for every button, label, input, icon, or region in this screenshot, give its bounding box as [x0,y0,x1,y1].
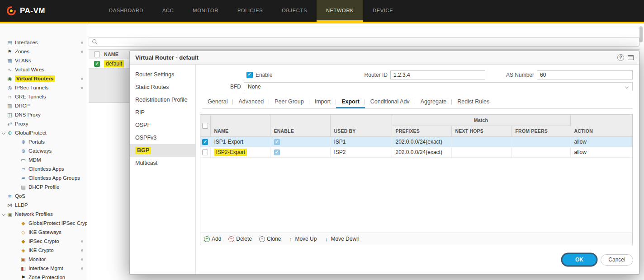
row-checkbox[interactable] [94,61,100,67]
dialog-menu-item[interactable]: OSPFv3 [130,131,195,144]
bgp-tab[interactable]: Peer Group [269,97,309,108]
dialog-menu-item[interactable]: Redistribution Profile [130,93,195,106]
sidebar-item[interactable]: Interfaces [0,38,87,47]
sidebar-item[interactable]: IKE Gateways [0,228,87,237]
sidebar-item[interactable]: Clientless Apps [0,164,87,173]
nav-tab[interactable]: POLICIES [228,0,272,22]
dialog-menu-item[interactable]: OSPF [130,119,195,131]
sidebar-item[interactable]: Interface Mgmt [0,264,87,273]
nav-tab[interactable]: MONITOR [183,0,228,22]
rule-name: ISP1-Export [214,139,244,145]
nav-tab[interactable]: NETWORK [317,0,363,22]
ike-gateways-icon [20,230,27,235]
sidebar-item-label: DHCP Profile [28,184,59,190]
dialog-menu-item[interactable]: RIP [130,106,195,119]
export-rule-row[interactable]: ISP2-Export ISP2 202.0.0.0/24(exact) all… [200,147,632,157]
sidebar-item[interactable]: DHCP Profile [0,182,87,191]
sidebar-item-label: DNS Proxy [15,112,41,117]
bgp-tab[interactable]: Aggregate [415,97,452,108]
sidebar-item[interactable]: IPSec Crypto [0,237,87,246]
toolbar-button[interactable]: Add [204,236,221,242]
sidebar-item[interactable]: LLDP [0,201,87,210]
rule-enable-checkbox[interactable] [274,149,280,155]
select-all-checkbox[interactable] [94,51,100,57]
enable-checkbox[interactable] [246,72,253,78]
bgp-tab[interactable]: Conditional Adv [365,97,415,108]
dialog-menu-item[interactable]: BGP [130,144,195,157]
nav-tab[interactable]: ACC [153,0,183,22]
rule-enable-checkbox[interactable] [274,139,280,145]
search-input[interactable] [100,38,636,46]
sidebar-item-label: GRE Tunnels [15,94,46,99]
enable-label: Enable [256,72,272,78]
sidebar-item-label: Gateways [28,148,52,154]
sidebar-item-label: GlobalProtect IPSec Crypto [28,220,87,226]
sidebar-item[interactable]: DHCP [0,101,87,110]
nav-tab[interactable]: DASHBOARD [99,0,153,22]
sidebar-item[interactable]: Virtual Routers [0,74,87,83]
chevron-down-icon[interactable] [2,131,6,134]
scrollbar-thumb[interactable] [639,26,643,42]
ok-button[interactable]: OK [562,254,597,266]
search-bar[interactable] [89,37,639,47]
sidebar-item-label: Interfaces [15,40,38,45]
rule-checkbox[interactable] [202,149,208,155]
dialog-menu-item[interactable]: Router Settings [130,68,195,81]
brand: PA-VM [0,0,90,22]
as-number-field[interactable] [537,70,633,79]
sidebar-item[interactable]: Proxy [0,119,87,128]
toolbar-button[interactable]: Delete [228,236,252,242]
sidebar-item[interactable]: GlobalProtect IPSec Crypto [0,219,87,228]
dhcp-icon [6,103,13,108]
chevron-down-icon[interactable] [2,213,6,215]
bgp-tab[interactable]: Export [336,97,365,108]
sidebar-item[interactable]: Gateways [0,146,87,155]
toolbar-button[interactable]: Move Down [324,236,359,242]
cancel-button[interactable]: Cancel [601,254,633,266]
select-all-rules-checkbox[interactable] [202,123,208,129]
virtual-wires-icon [6,67,13,72]
sidebar-item-label: QoS [15,193,25,199]
sidebar-item[interactable]: Virtual Wires [0,65,87,74]
search-icon [92,39,98,45]
router-settings-row: Enable Router ID AS Number [196,70,639,80]
sidebar-item[interactable]: Clientless App Groups [0,173,87,182]
scrollbar[interactable] [639,26,643,270]
sidebar-item[interactable]: Network Profiles [0,210,87,219]
help-icon[interactable] [617,54,624,61]
dialog-menu-item[interactable]: Static Routes [130,81,195,93]
nav-tab-label: NETWORK [326,8,354,13]
export-table-head: NAME ENABLE USED BY Match ACTION PREFIXE… [200,115,632,136]
sidebar-item[interactable]: VLANs [0,56,87,65]
sidebar-item[interactable]: Zone Protection [0,273,87,280]
bgp-tab[interactable]: General [202,97,233,108]
router-id-field[interactable] [390,70,485,79]
sidebar-item[interactable]: GRE Tunnels [0,92,87,101]
export-rule-row[interactable]: ISP1-Export ISP1 202.0.0.0/24(exact) all… [200,136,632,147]
sidebar-item[interactable]: MDM [0,155,87,164]
nav-tab[interactable]: DEVICE [363,0,402,22]
bfd-select[interactable]: None [244,82,633,91]
toolbar-button[interactable]: Clone [259,236,281,242]
sidebar-item-label: Zones [15,49,29,54]
bgp-tab[interactable]: Advanced [233,97,269,108]
sidebar-item[interactable]: Monitor [0,255,87,264]
sidebar-item[interactable]: IKE Crypto [0,246,87,255]
vr-name: default [104,60,124,67]
sidebar-item[interactable]: GlobalProtect [0,128,87,137]
sidebar-item[interactable]: Portals [0,137,87,146]
sidebar-item[interactable]: Zones [0,47,87,56]
sidebar-item[interactable]: DNS Proxy [0,110,87,119]
dialog-menu-item[interactable]: Multicast [130,157,195,169]
sidebar-item[interactable]: IPSec Tunnels [0,83,87,92]
rule-checkbox[interactable] [202,139,208,145]
nav-tab[interactable]: OBJECTS [272,0,317,22]
toolbar-button[interactable]: Move Up [288,236,317,242]
bgp-tab[interactable]: Redist Rules [452,97,495,108]
maximize-icon[interactable] [628,55,634,60]
rule-from-peers [511,147,570,157]
toolbar-button-label: Delete [236,236,252,242]
bgp-tab[interactable]: Import [309,97,336,108]
dialog-title: Virtual Router - default [135,54,199,61]
sidebar-item[interactable]: QoS [0,191,87,201]
